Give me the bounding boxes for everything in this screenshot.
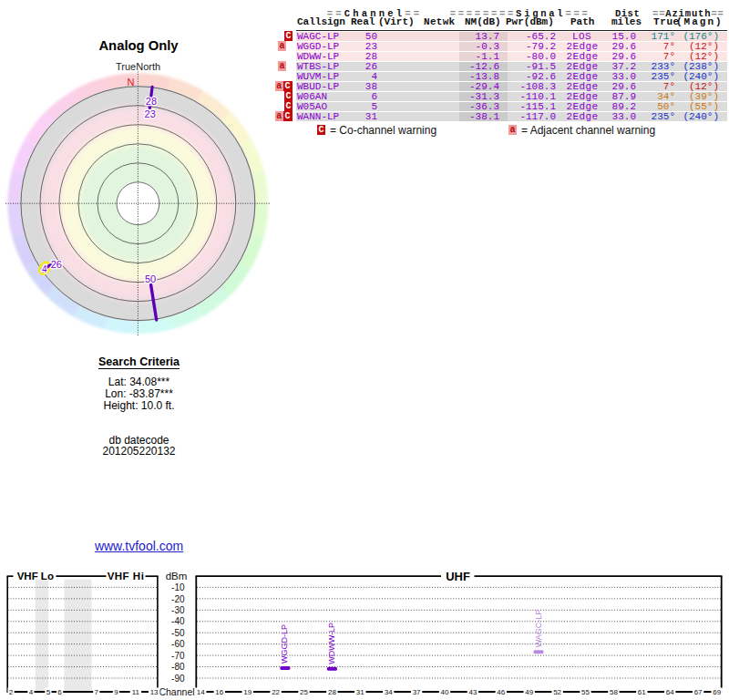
- svg-text:14: 14: [197, 688, 205, 696]
- svg-text:11: 11: [132, 688, 140, 696]
- svg-text:-70: -70: [171, 651, 185, 661]
- svg-text:4: 4: [29, 688, 34, 696]
- svg-text:50: 50: [145, 273, 156, 284]
- svg-text:46: 46: [497, 688, 505, 696]
- svg-text:69: 69: [713, 688, 721, 696]
- svg-text:26: 26: [51, 259, 62, 270]
- svg-text:Channel: Channel: [159, 686, 194, 697]
- svg-text:9: 9: [114, 688, 118, 696]
- svg-text:WDWW-LP: WDWW-LP: [327, 623, 336, 664]
- svg-text:67: 67: [694, 688, 703, 696]
- svg-text:UHF: UHF: [446, 570, 470, 583]
- svg-text:TrueNorth: TrueNorth: [116, 61, 160, 72]
- svg-text:dBm: dBm: [166, 571, 188, 582]
- svg-text:23: 23: [145, 108, 156, 119]
- svg-text:-30: -30: [171, 605, 185, 615]
- svg-text:28: 28: [146, 96, 157, 107]
- svg-text:-40: -40: [171, 616, 185, 626]
- svg-text:N: N: [128, 77, 135, 88]
- svg-text:19: 19: [243, 688, 252, 696]
- svg-text:-80: -80: [171, 662, 185, 672]
- svg-text:VHF Lo: VHF Lo: [17, 571, 54, 582]
- svg-text:40: 40: [441, 688, 449, 696]
- svg-text:37: 37: [413, 688, 421, 696]
- svg-text:5: 5: [46, 688, 51, 696]
- svg-text:-20: -20: [171, 594, 185, 604]
- svg-text:55: 55: [581, 688, 590, 696]
- svg-text:64: 64: [666, 688, 674, 696]
- svg-text:31: 31: [356, 688, 364, 696]
- svg-text:WAGC-LP: WAGC-LP: [534, 610, 543, 648]
- svg-text:13: 13: [150, 688, 159, 696]
- svg-text:52: 52: [553, 688, 561, 696]
- svg-text:28: 28: [328, 688, 336, 696]
- svg-text:-50: -50: [171, 628, 185, 638]
- svg-text:34: 34: [385, 688, 393, 696]
- svg-text:61: 61: [638, 688, 646, 696]
- svg-text:-10: -10: [171, 582, 185, 592]
- svg-text:22: 22: [272, 688, 280, 696]
- svg-text:58: 58: [610, 688, 618, 696]
- svg-text:4: 4: [42, 264, 47, 274]
- svg-text:25: 25: [300, 688, 308, 696]
- svg-text:43: 43: [468, 688, 477, 696]
- svg-text:2: 2: [9, 688, 14, 696]
- svg-text:-60: -60: [171, 639, 185, 649]
- svg-text:49: 49: [525, 688, 533, 696]
- svg-text:16: 16: [215, 688, 223, 696]
- svg-text:7: 7: [95, 688, 99, 696]
- svg-text:WGGD-LP: WGGD-LP: [281, 624, 290, 664]
- svg-text:6: 6: [57, 688, 62, 696]
- svg-text:VHF Hi: VHF Hi: [108, 571, 145, 582]
- svg-text:-90: -90: [171, 674, 185, 684]
